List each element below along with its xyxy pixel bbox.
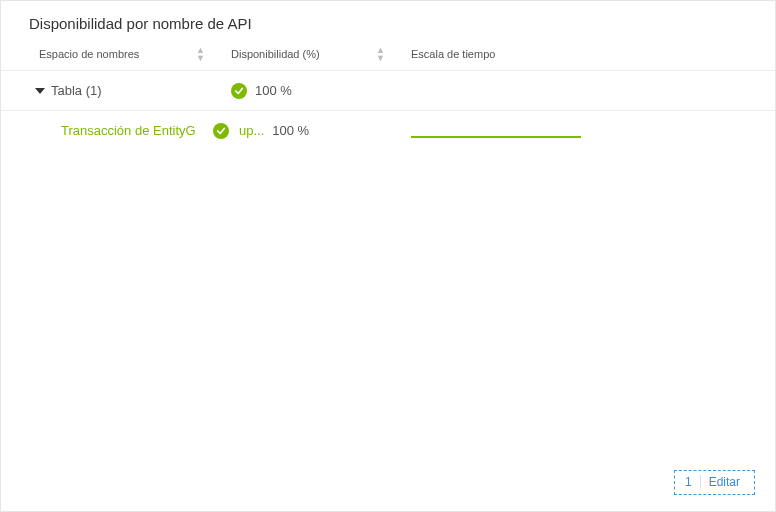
col-header-availability[interactable]: Disponibilidad (%) ▲▼ (211, 46, 391, 62)
edit-button[interactable]: 1 Editar (674, 470, 755, 495)
success-check-icon (231, 83, 247, 99)
col-header-namespace-label: Espacio de nombres (39, 48, 139, 60)
table-group-row[interactable]: Tabla (1) 100 % (1, 70, 775, 110)
sort-icon: ▲▼ (376, 46, 391, 62)
availability-panel: Disponibilidad por nombre de API Espacio… (0, 0, 776, 512)
col-header-namespace[interactable]: Espacio de nombres ▲▼ (1, 46, 211, 62)
group-availability-value: 100 % (255, 83, 292, 98)
expand-caret-icon[interactable] (35, 88, 45, 94)
edit-count: 1 (685, 475, 692, 489)
col-header-timescale: Escala de tiempo (391, 48, 551, 60)
timescale-sparkline (411, 136, 581, 138)
group-label: Tabla (1) (51, 83, 102, 98)
item-label-prefix: Transacción de EntityG (61, 123, 196, 138)
item-label-suffix: up... (239, 123, 264, 138)
col-header-availability-label: Disponibilidad (%) (231, 48, 320, 60)
col-header-timescale-label: Escala de tiempo (411, 48, 495, 60)
panel-title: Disponibilidad por nombre de API (1, 1, 775, 46)
edit-separator (700, 475, 701, 489)
success-check-icon (213, 123, 229, 139)
item-availability-value: 100 % (272, 123, 309, 138)
table-row[interactable]: Transacción de EntityG up... 100 % (1, 110, 775, 150)
sort-icon: ▲▼ (196, 46, 211, 62)
table-header: Espacio de nombres ▲▼ Disponibilidad (%)… (1, 46, 775, 70)
edit-label: Editar (709, 475, 740, 489)
